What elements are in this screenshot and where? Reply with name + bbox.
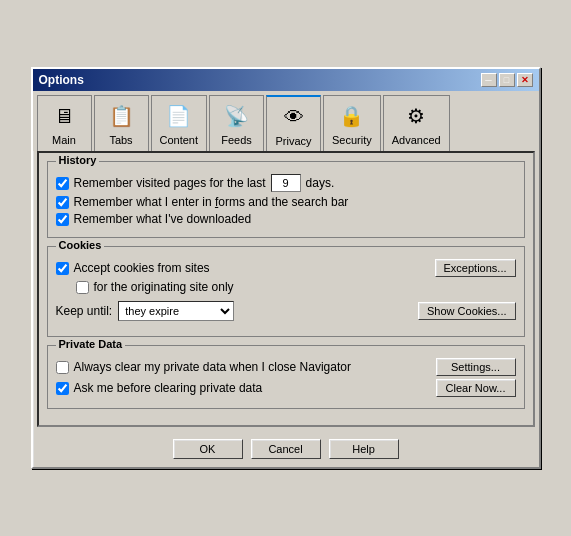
history-section: History Remember visited pages for the l… (47, 161, 525, 238)
privacy-icon: 👁 (278, 101, 310, 133)
cancel-button[interactable]: Cancel (251, 439, 321, 459)
cookies-title: Cookies (56, 239, 105, 251)
history-row2: Remember what I enter in forms and the s… (56, 195, 516, 209)
clear-now-button[interactable]: Clear Now... (436, 379, 516, 397)
cookies-check1[interactable] (56, 262, 69, 275)
cookies-label1: Accept cookies from sites (74, 261, 210, 275)
toolbar: 🖥 Main 📋 Tabs 📄 Content 📡 Feeds 👁 Privac… (33, 91, 539, 151)
private-data-section: Private Data Always clear my private dat… (47, 345, 525, 409)
cookies-content: Accept cookies from sites Exceptions... … (56, 259, 516, 325)
keep-select[interactable]: they expire I close Firefox ask me every… (118, 301, 234, 321)
tab-tabs-label: Tabs (109, 134, 132, 146)
settings-button[interactable]: Settings... (436, 358, 516, 376)
history-title: History (56, 154, 100, 166)
title-bar-controls: ─ □ ✕ (481, 73, 533, 87)
cookies-row3: Keep until: they expire I close Firefox … (56, 297, 516, 325)
main-icon: 🖥 (48, 100, 80, 132)
feeds-icon: 📡 (221, 100, 253, 132)
tab-advanced[interactable]: ⚙ Advanced (383, 95, 450, 151)
minimize-button[interactable]: ─ (481, 73, 497, 87)
tab-advanced-label: Advanced (392, 134, 441, 146)
maximize-button[interactable]: □ (499, 73, 515, 87)
tab-security[interactable]: 🔒 Security (323, 95, 381, 151)
tab-main[interactable]: 🖥 Main (37, 95, 92, 151)
cookies-row2: for the originating site only (76, 280, 516, 294)
advanced-icon: ⚙ (400, 100, 432, 132)
cookies-row1: Accept cookies from sites Exceptions... (56, 259, 516, 277)
history-row1: Remember visited pages for the last days… (56, 174, 516, 192)
tab-main-label: Main (52, 134, 76, 146)
tab-feeds-label: Feeds (221, 134, 252, 146)
history-row3: Remember what I've downloaded (56, 212, 516, 226)
history-days-input[interactable] (271, 174, 301, 192)
history-label2: Remember what I enter in forms and the s… (74, 195, 349, 209)
history-label3: Remember what I've downloaded (74, 212, 252, 226)
private-row1-left: Always clear my private data when I clos… (56, 360, 351, 374)
tab-feeds[interactable]: 📡 Feeds (209, 95, 264, 151)
history-check2[interactable] (56, 196, 69, 209)
private-check2[interactable] (56, 382, 69, 395)
main-panel: History Remember visited pages for the l… (37, 151, 535, 427)
private-data-content: Always clear my private data when I clos… (56, 358, 516, 397)
close-button[interactable]: ✕ (517, 73, 533, 87)
private-label2: Ask me before clearing private data (74, 381, 263, 395)
window-title: Options (39, 73, 84, 87)
history-check1[interactable] (56, 177, 69, 190)
keep-label: Keep until: (56, 304, 113, 318)
help-button[interactable]: Help (329, 439, 399, 459)
options-window: Options ─ □ ✕ 🖥 Main 📋 Tabs 📄 Content 📡 … (31, 67, 541, 469)
cookies-label2: for the originating site only (94, 280, 234, 294)
history-label1-pre: Remember visited pages for the last (74, 176, 266, 190)
tab-content[interactable]: 📄 Content (151, 95, 208, 151)
security-icon: 🔒 (336, 100, 368, 132)
private-data-title: Private Data (56, 338, 126, 350)
private-label1: Always clear my private data when I clos… (74, 360, 351, 374)
keep-row: Keep until: they expire I close Firefox … (56, 301, 235, 321)
history-label1-post: days. (306, 176, 335, 190)
tab-tabs[interactable]: 📋 Tabs (94, 95, 149, 151)
tab-security-label: Security (332, 134, 372, 146)
cookies-row1-left: Accept cookies from sites (56, 261, 210, 275)
private-check1[interactable] (56, 361, 69, 374)
tab-content-label: Content (160, 134, 199, 146)
private-row1: Always clear my private data when I clos… (56, 358, 516, 376)
history-content: Remember visited pages for the last days… (56, 174, 516, 226)
tab-privacy[interactable]: 👁 Privacy (266, 95, 321, 151)
tabs-icon: 📋 (105, 100, 137, 132)
title-bar: Options ─ □ ✕ (33, 69, 539, 91)
exceptions-button[interactable]: Exceptions... (435, 259, 516, 277)
cookies-section: Cookies Accept cookies from sites Except… (47, 246, 525, 337)
private-row2: Ask me before clearing private data Clea… (56, 379, 516, 397)
private-row2-left: Ask me before clearing private data (56, 381, 263, 395)
cookies-check2[interactable] (76, 281, 89, 294)
show-cookies-button[interactable]: Show Cookies... (418, 302, 515, 320)
footer: OK Cancel Help (33, 433, 539, 467)
tab-privacy-label: Privacy (276, 135, 312, 147)
ok-button[interactable]: OK (173, 439, 243, 459)
history-check3[interactable] (56, 213, 69, 226)
content-icon: 📄 (163, 100, 195, 132)
